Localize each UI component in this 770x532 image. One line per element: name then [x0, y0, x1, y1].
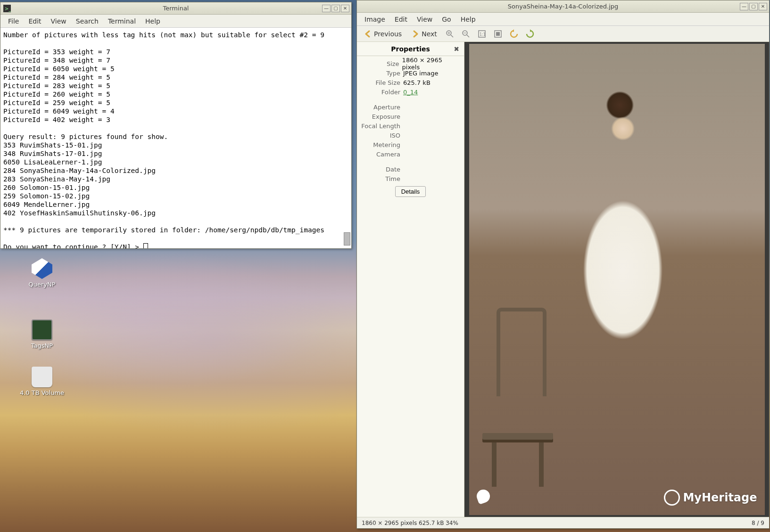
prop-label-date: Date [361, 166, 403, 173]
close-icon[interactable]: ✖ [454, 45, 459, 53]
window-title: SonyaSheina-May-14a-Colorized.jpg [508, 3, 619, 10]
menu-view[interactable]: View [412, 14, 437, 25]
zoom-fit-icon [494, 30, 502, 38]
prop-label-type: Type [361, 70, 403, 77]
rotate-right-button[interactable] [524, 28, 536, 40]
palette-icon [475, 488, 492, 505]
properties-panel: Properties ✖ Size1860 × 2965 pixels Type… [357, 42, 464, 517]
window-title: Terminal [163, 5, 189, 12]
menu-terminal[interactable]: Terminal [103, 16, 141, 27]
previous-button[interactable]: Previous [361, 28, 405, 40]
desktop-icon-querynp[interactable]: QueryNP [16, 258, 68, 288]
drive-icon [32, 367, 52, 387]
properties-title: Properties [391, 45, 430, 53]
desktop-icon-label: QueryNP [16, 281, 68, 288]
menu-edit[interactable]: Edit [24, 16, 46, 27]
prop-label-aperture: Aperture [361, 104, 403, 111]
terminal-window: >_ Terminal — ▢ ✕ File Edit View Search … [0, 2, 352, 249]
prop-label-filesize: File Size [361, 79, 403, 86]
arrow-right-icon [411, 30, 420, 38]
desktop-icon-label: 4.0 TB Volume [16, 389, 68, 396]
zoom-original-button[interactable]: 1:1 [476, 28, 488, 40]
menu-help[interactable]: Help [141, 16, 165, 27]
terminal-titlebar[interactable]: >_ Terminal — ▢ ✕ [0, 2, 351, 15]
prop-label-folder: Folder [361, 89, 403, 96]
properties-header: Properties ✖ [357, 42, 464, 56]
viewer-menubar: Image Edit View Go Help [357, 13, 769, 26]
menu-file[interactable]: File [3, 16, 24, 27]
next-label: Next [422, 30, 437, 38]
maximize-button[interactable]: ▢ [749, 3, 758, 10]
prop-label-focal: Focal Length [361, 123, 403, 130]
menu-go[interactable]: Go [437, 14, 455, 25]
maximize-button[interactable]: ▢ [331, 5, 340, 12]
terminal-output[interactable]: Number of pictures with less tag hits (n… [0, 28, 351, 248]
prop-value-type: JPEG image [403, 70, 439, 77]
zoom-in-button[interactable] [444, 28, 456, 40]
svg-rect-12 [496, 32, 500, 36]
details-button[interactable]: Details [395, 186, 426, 197]
zoom-out-icon [462, 30, 470, 38]
scrollbar-thumb[interactable] [344, 232, 350, 246]
photo-content: MyHeritage [469, 44, 765, 515]
menu-edit[interactable]: Edit [390, 14, 412, 25]
chair-prop [478, 308, 558, 487]
svg-text:>_: >_ [5, 6, 11, 12]
previous-label: Previous [374, 30, 402, 38]
terminal-icon: >_ [3, 5, 11, 12]
minimize-button[interactable]: — [322, 5, 331, 12]
status-left: 1860 × 2965 pixels 625.7 kB 34% [362, 520, 458, 526]
prop-label-iso: ISO [361, 132, 403, 139]
image-viewer-window: SonyaSheina-May-14a-Colorized.jpg — ▢ ✕ … [356, 0, 770, 529]
prop-label-time: Time [361, 175, 403, 182]
prop-value-filesize: 625.7 kB [403, 79, 431, 86]
zoom-out-button[interactable] [460, 28, 472, 40]
next-button[interactable]: Next [408, 28, 440, 40]
menu-view[interactable]: View [46, 16, 71, 27]
prop-label-camera: Camera [361, 151, 403, 158]
prop-label-metering: Metering [361, 141, 403, 148]
status-right: 8 / 9 [752, 520, 764, 526]
rotate-left-icon [509, 29, 519, 39]
viewer-statusbar: 1860 × 2965 pixels 625.7 kB 34% 8 / 9 [357, 517, 769, 528]
viewer-toolbar: Previous Next 1:1 [357, 26, 769, 42]
desktop-icon-volume[interactable]: 4.0 TB Volume [16, 367, 68, 396]
rotate-right-icon [525, 29, 535, 39]
close-button[interactable]: ✕ [341, 5, 349, 12]
desktop-icon-tagsnp[interactable]: TagsNP [16, 319, 68, 349]
minimize-button[interactable]: — [740, 3, 748, 10]
terminal-menubar: File Edit View Search Terminal Help [0, 15, 351, 28]
zoom-fit-button[interactable] [492, 28, 504, 40]
image-canvas[interactable]: MyHeritage [464, 42, 769, 517]
prop-label-exposure: Exposure [361, 113, 403, 120]
zoom-1-1-icon: 1:1 [478, 30, 486, 38]
desktop-icon-label: TagsNP [16, 342, 68, 349]
myheritage-watermark: MyHeritage [664, 490, 757, 506]
heritage-text: MyHeritage [683, 491, 757, 504]
prop-value-size: 1860 × 2965 pixels [402, 57, 460, 71]
svg-line-7 [467, 35, 469, 37]
monitor-icon [32, 319, 52, 340]
svg-text:1:1: 1:1 [480, 33, 486, 37]
prop-label-size: Size [361, 60, 402, 67]
prop-value-folder[interactable]: 0_14 [403, 89, 418, 96]
menu-help[interactable]: Help [456, 14, 480, 25]
menu-image[interactable]: Image [360, 14, 390, 25]
svg-line-3 [451, 35, 453, 37]
menu-search[interactable]: Search [71, 16, 103, 27]
viewer-titlebar[interactable]: SonyaSheina-May-14a-Colorized.jpg — ▢ ✕ [357, 0, 769, 13]
zoom-in-icon [446, 30, 454, 38]
close-button[interactable]: ✕ [759, 3, 767, 10]
rotate-left-button[interactable] [508, 28, 520, 40]
shield-icon [32, 258, 52, 279]
arrow-left-icon [364, 30, 372, 38]
